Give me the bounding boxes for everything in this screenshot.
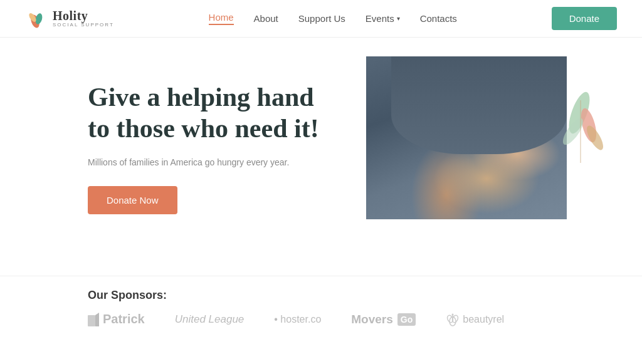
donate-now-button[interactable]: Donate Now bbox=[88, 186, 177, 214]
logo-text: Holity Social Support bbox=[53, 9, 114, 28]
sponsor-movers: Movers Go bbox=[351, 313, 416, 326]
logo-tagline: Social Support bbox=[53, 22, 114, 28]
donate-button[interactable]: Donate bbox=[552, 7, 617, 30]
chevron-down-icon: ▾ bbox=[397, 15, 400, 22]
sponsors-list: Patrick United League • hoster.co Movers… bbox=[88, 312, 554, 326]
sponsors-section: Our Sponsors: Patrick United League • ho… bbox=[0, 276, 642, 339]
hero-subtext: Millions of families in America go hungr… bbox=[88, 157, 326, 167]
logo-name: Holity bbox=[53, 9, 114, 22]
header: Holity Social Support Home About Support… bbox=[0, 0, 642, 38]
sponsor-beautyrel: beautyrel bbox=[446, 313, 504, 326]
svg-point-14 bbox=[452, 313, 454, 315]
beautyrel-icon bbox=[446, 313, 460, 326]
sponsors-title: Our Sponsors: bbox=[88, 289, 554, 302]
logo[interactable]: Holity Social Support bbox=[25, 8, 114, 30]
nav-support[interactable]: Support Us bbox=[298, 13, 345, 24]
decorative-leaves bbox=[535, 75, 611, 175]
main-nav: Home About Support Us Events ▾ Contacts bbox=[209, 12, 457, 25]
sponsor-united-league: United League bbox=[175, 313, 245, 326]
svg-marker-9 bbox=[95, 313, 99, 326]
patrick-icon bbox=[88, 313, 99, 326]
nav-home[interactable]: Home bbox=[209, 12, 234, 25]
nav-about[interactable]: About bbox=[254, 13, 278, 24]
hero-text-block: Give a helping hand to those who need it… bbox=[88, 69, 326, 214]
nav-events[interactable]: Events ▾ bbox=[366, 13, 400, 24]
hero-section: Give a helping hand to those who need it… bbox=[0, 38, 642, 276]
svg-rect-8 bbox=[88, 315, 95, 326]
logo-icon bbox=[25, 8, 48, 30]
nav-contacts[interactable]: Contacts bbox=[420, 13, 457, 24]
hero-heading: Give a helping hand to those who need it… bbox=[88, 81, 326, 145]
sponsor-hoster: • hoster.co bbox=[274, 314, 321, 325]
sponsor-patrick: Patrick bbox=[88, 312, 145, 326]
